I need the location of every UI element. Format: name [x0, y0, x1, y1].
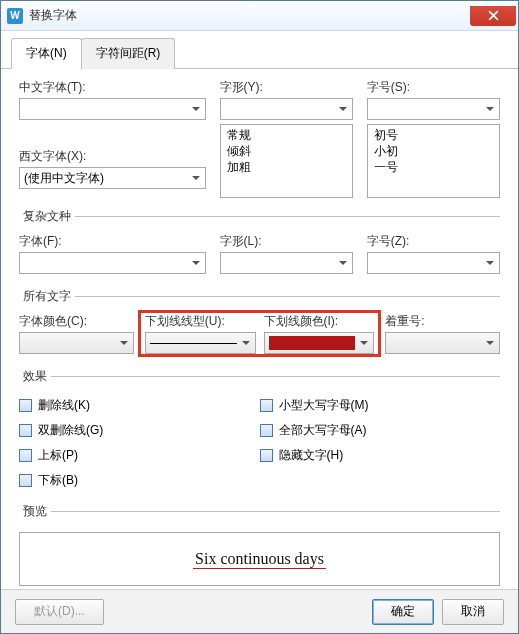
- window-title: 替换字体: [29, 7, 470, 24]
- preview-area: Six continuous days: [19, 532, 500, 586]
- complex-size-label: 字号(Z):: [367, 233, 500, 250]
- list-item[interactable]: 初号: [368, 127, 499, 143]
- complex-size-combo[interactable]: [367, 252, 500, 274]
- complex-style-combo[interactable]: [220, 252, 353, 274]
- preview-text: Six continuous days: [193, 550, 326, 569]
- chinese-font-label: 中文字体(T):: [19, 79, 206, 96]
- dialog-window: W 替换字体 字体(N) 字符间距(R) 中文字体(T): 字形(Y): 字号(…: [0, 0, 519, 634]
- font-size-input[interactable]: [368, 99, 481, 119]
- list-item[interactable]: 小初: [368, 143, 499, 159]
- chinese-font-combo[interactable]: [19, 98, 206, 120]
- font-size-label: 字号(S):: [367, 79, 500, 96]
- complex-font-combo[interactable]: [19, 252, 206, 274]
- highlight-annotation: 下划线线型(U): 下划线颜色(I):: [138, 310, 382, 357]
- ok-button-label: 确定: [391, 603, 415, 620]
- tab-spacing[interactable]: 字符间距(R): [81, 38, 176, 69]
- checkbox-superscript[interactable]: 上标(P): [19, 443, 260, 468]
- checkbox-label: 删除线(K): [38, 397, 90, 414]
- checkbox-strikethrough[interactable]: 删除线(K): [19, 393, 260, 418]
- underline-color-label: 下划线颜色(I):: [264, 313, 375, 330]
- complex-font-label: 字体(F):: [19, 233, 206, 250]
- font-style-combo[interactable]: [220, 98, 353, 120]
- app-icon: W: [7, 8, 23, 24]
- font-color-combo[interactable]: [19, 332, 134, 354]
- list-item[interactable]: 常规: [221, 127, 352, 143]
- font-style-label: 字形(Y):: [220, 79, 353, 96]
- list-item[interactable]: 倾斜: [221, 143, 352, 159]
- checkbox-icon: [260, 449, 273, 462]
- effects-legend: 效果: [19, 368, 51, 385]
- checkbox-icon: [19, 474, 32, 487]
- checkbox-label: 上标(P): [38, 447, 78, 464]
- underline-color-combo[interactable]: [264, 332, 375, 354]
- close-icon: [488, 10, 499, 21]
- font-style-input[interactable]: [221, 99, 334, 119]
- effects-group: 效果 删除线(K) 小型大写字母(M) 双删除线(G) 全部大写字母(A) 上标…: [19, 368, 500, 493]
- chinese-font-input[interactable]: [20, 99, 187, 119]
- checkbox-icon: [260, 424, 273, 437]
- checkbox-label: 双删除线(G): [38, 422, 103, 439]
- list-item[interactable]: 一号: [368, 159, 499, 175]
- titlebar[interactable]: W 替换字体: [1, 1, 518, 31]
- cancel-button-label: 取消: [461, 603, 485, 620]
- underline-style-combo[interactable]: [145, 332, 256, 354]
- preview-legend: 预览: [19, 503, 51, 520]
- complex-scripts-legend: 复杂文种: [19, 208, 75, 225]
- checkbox-icon: [19, 449, 32, 462]
- all-text-legend: 所有文字: [19, 288, 75, 305]
- complex-scripts-group: 复杂文种 字体(F): 字形(L): 字号(Z):: [19, 208, 500, 278]
- checkbox-icon: [19, 399, 32, 412]
- underline-style-preview: [150, 336, 237, 350]
- close-button[interactable]: [470, 6, 516, 26]
- complex-style-input[interactable]: [221, 253, 334, 273]
- checkbox-smallcaps[interactable]: 小型大写字母(M): [260, 393, 501, 418]
- preview-group: 预览 Six continuous days: [19, 503, 500, 586]
- tab-strip: 字体(N) 字符间距(R): [1, 31, 518, 69]
- checkbox-label: 小型大写字母(M): [279, 397, 369, 414]
- underline-color-swatch: [269, 336, 356, 350]
- font-size-listbox[interactable]: 初号 小初 一号: [367, 124, 500, 198]
- font-color-label: 字体颜色(C):: [19, 313, 134, 330]
- tab-spacing-label: 字符间距(R): [96, 46, 161, 60]
- underline-style-label: 下划线线型(U):: [145, 313, 256, 330]
- font-style-listbox[interactable]: 常规 倾斜 加粗: [220, 124, 353, 198]
- western-font-label: 西文字体(X):: [19, 148, 206, 165]
- checkbox-hidden[interactable]: 隐藏文字(H): [260, 443, 501, 468]
- effects-checkbox-grid: 删除线(K) 小型大写字母(M) 双删除线(G) 全部大写字母(A) 上标(P)…: [19, 393, 500, 493]
- complex-style-label: 字形(L):: [220, 233, 353, 250]
- checkbox-icon: [19, 424, 32, 437]
- all-text-group: 所有文字 字体颜色(C): 下划线线型(U): 下划线颜色(I):: [19, 288, 500, 358]
- tab-font[interactable]: 字体(N): [11, 38, 82, 69]
- emphasis-mark-combo[interactable]: [385, 332, 500, 354]
- western-font-combo[interactable]: [19, 167, 206, 189]
- list-item[interactable]: 加粗: [221, 159, 352, 175]
- emphasis-mark-label: 着重号:: [385, 313, 500, 330]
- cancel-button[interactable]: 取消: [442, 599, 504, 625]
- checkbox-icon: [260, 399, 273, 412]
- checkbox-label: 隐藏文字(H): [279, 447, 344, 464]
- checkbox-double-strikethrough[interactable]: 双删除线(G): [19, 418, 260, 443]
- tab-font-label: 字体(N): [26, 46, 67, 60]
- western-font-input[interactable]: [20, 168, 187, 188]
- checkbox-allcaps[interactable]: 全部大写字母(A): [260, 418, 501, 443]
- checkbox-label: 下标(B): [38, 472, 78, 489]
- complex-size-input[interactable]: [368, 253, 481, 273]
- content-area: 中文字体(T): 字形(Y): 字号(S): 西文字体(X): 常规 倾斜: [1, 69, 518, 613]
- default-button[interactable]: 默认(D)...: [15, 599, 104, 625]
- font-size-combo[interactable]: [367, 98, 500, 120]
- complex-font-input[interactable]: [20, 253, 187, 273]
- checkbox-subscript[interactable]: 下标(B): [19, 468, 260, 493]
- ok-button[interactable]: 确定: [372, 599, 434, 625]
- checkbox-label: 全部大写字母(A): [279, 422, 367, 439]
- dialog-footer: 默认(D)... 确定 取消: [1, 589, 518, 633]
- default-button-label: 默认(D)...: [34, 603, 85, 620]
